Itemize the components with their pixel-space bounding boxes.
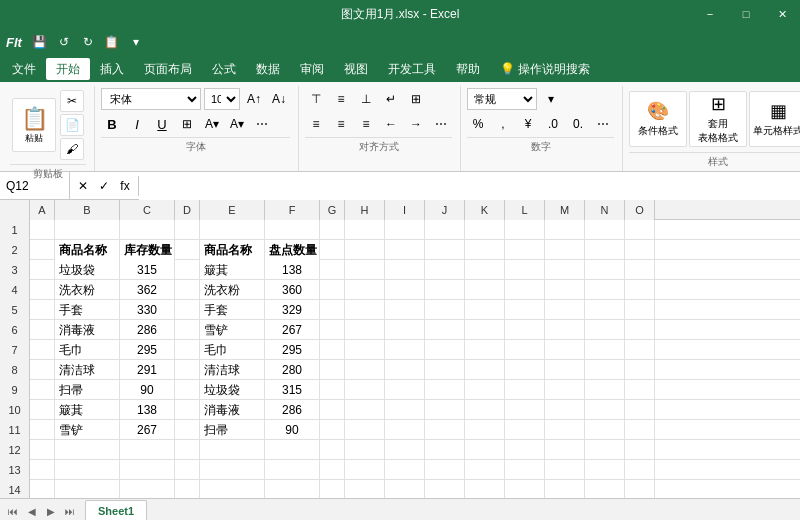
grid-cell[interactable]	[465, 340, 505, 360]
col-header-n[interactable]: N	[585, 200, 625, 220]
grid-cell[interactable]	[345, 480, 385, 498]
grid-cell[interactable]	[385, 440, 425, 460]
extra-qt-button[interactable]: ▾	[126, 32, 146, 52]
table-format-button[interactable]: ⊞ 套用表格格式	[689, 91, 747, 147]
sheet-nav-prev[interactable]: ◀	[23, 502, 41, 520]
grid-cell[interactable]	[30, 380, 55, 400]
grid-cell[interactable]	[120, 460, 175, 480]
align-left-button[interactable]: ≡	[305, 113, 327, 135]
redo-button[interactable]: ↻	[78, 32, 98, 52]
align-right-button[interactable]: ≡	[355, 113, 377, 135]
font-color-button[interactable]: A▾	[226, 113, 248, 135]
grid-cell[interactable]	[425, 280, 465, 300]
grid-cell[interactable]	[175, 340, 200, 360]
grid-cell[interactable]	[505, 400, 545, 420]
grid-cell[interactable]	[30, 360, 55, 380]
grid-cell[interactable]	[175, 280, 200, 300]
grid-cell[interactable]	[120, 440, 175, 460]
grid-cell[interactable]	[120, 220, 175, 240]
grid-cell[interactable]	[465, 240, 505, 260]
grid-cell[interactable]: 360	[265, 280, 320, 300]
menu-review[interactable]: 审阅	[290, 58, 334, 80]
grid-cell[interactable]	[320, 480, 345, 498]
grid-cell[interactable]	[200, 480, 265, 498]
grid-cell[interactable]	[545, 340, 585, 360]
currency-button[interactable]: ¥	[517, 113, 539, 135]
grid-cell[interactable]	[175, 240, 200, 260]
grid-cell[interactable]	[625, 480, 655, 498]
grid-cell[interactable]	[505, 340, 545, 360]
grid-cell[interactable]	[545, 360, 585, 380]
grid-cell[interactable]	[320, 380, 345, 400]
grid-cell[interactable]	[545, 220, 585, 240]
grid-cell[interactable]	[320, 440, 345, 460]
grid-cell[interactable]	[200, 220, 265, 240]
grid-cell[interactable]	[505, 420, 545, 440]
menu-help[interactable]: 帮助	[446, 58, 490, 80]
grid-cell[interactable]	[30, 400, 55, 420]
grid-cell[interactable]	[55, 460, 120, 480]
grid-cell[interactable]	[385, 340, 425, 360]
grid-cell[interactable]	[585, 480, 625, 498]
grid-cell[interactable]	[320, 460, 345, 480]
grid-cell[interactable]	[30, 300, 55, 320]
print-preview-button[interactable]: 📋	[102, 32, 122, 52]
grid-cell[interactable]	[320, 420, 345, 440]
number-expand-button[interactable]: ▾	[540, 88, 562, 110]
col-header-d[interactable]: D	[175, 200, 200, 220]
grid-cell[interactable]: 清洁球	[55, 360, 120, 380]
thousands-button[interactable]: ,	[492, 113, 514, 135]
grid-cell[interactable]: 洗衣粉	[200, 280, 265, 300]
grid-cell[interactable]: 库存数量	[120, 240, 175, 260]
grid-cell[interactable]	[625, 280, 655, 300]
col-header-j[interactable]: J	[425, 200, 465, 220]
grid-cell[interactable]: 362	[120, 280, 175, 300]
grid-cell[interactable]: 291	[120, 360, 175, 380]
grid-cell[interactable]	[55, 220, 120, 240]
menu-home[interactable]: 开始	[46, 58, 90, 80]
decrease-decimal-button[interactable]: 0.	[567, 113, 589, 135]
grid-cell[interactable]: 295	[265, 340, 320, 360]
col-header-c[interactable]: C	[120, 200, 175, 220]
align-middle-button[interactable]: ≡	[330, 88, 352, 110]
grid-cell[interactable]	[385, 380, 425, 400]
menu-data[interactable]: 数据	[246, 58, 290, 80]
grid-cell[interactable]	[425, 400, 465, 420]
menu-file[interactable]: 文件	[2, 58, 46, 80]
grid-cell[interactable]	[425, 380, 465, 400]
grid-cell[interactable]	[385, 460, 425, 480]
grid-cell[interactable]	[625, 380, 655, 400]
grid-cell[interactable]	[465, 320, 505, 340]
grid-cell[interactable]	[625, 220, 655, 240]
grid-cell[interactable]	[625, 340, 655, 360]
grid-cell[interactable]	[320, 280, 345, 300]
grid-cell[interactable]: 清洁球	[200, 360, 265, 380]
grid-cell[interactable]: 垃圾袋	[55, 260, 120, 280]
col-header-i[interactable]: I	[385, 200, 425, 220]
grid-cell[interactable]: 扫帚	[55, 380, 120, 400]
grid-cell[interactable]	[265, 440, 320, 460]
maximize-button[interactable]: □	[728, 0, 764, 28]
grid-cell[interactable]: 280	[265, 360, 320, 380]
grid-cell[interactable]	[345, 360, 385, 380]
col-header-e[interactable]: E	[200, 200, 265, 220]
align-bottom-button[interactable]: ⊥	[355, 88, 377, 110]
font-name-select[interactable]: 宋体	[101, 88, 201, 110]
grid-cell[interactable]: 毛巾	[200, 340, 265, 360]
grid-cell[interactable]	[385, 320, 425, 340]
grid-cell[interactable]	[585, 360, 625, 380]
grid-cell[interactable]	[30, 240, 55, 260]
grid-cell[interactable]	[385, 420, 425, 440]
grid-cell[interactable]	[505, 460, 545, 480]
grid-cell[interactable]: 商品名称	[200, 240, 265, 260]
grid-cell[interactable]	[120, 480, 175, 498]
cancel-formula-button[interactable]: ✕	[74, 176, 92, 196]
grid-cell[interactable]	[55, 440, 120, 460]
col-header-l[interactable]: L	[505, 200, 545, 220]
grid-cell[interactable]	[175, 300, 200, 320]
formula-input[interactable]	[139, 172, 800, 200]
grid-cell[interactable]	[385, 220, 425, 240]
sheet-tab-1[interactable]: Sheet1	[85, 500, 147, 520]
grid-cell[interactable]	[175, 320, 200, 340]
grid-cell[interactable]	[30, 320, 55, 340]
